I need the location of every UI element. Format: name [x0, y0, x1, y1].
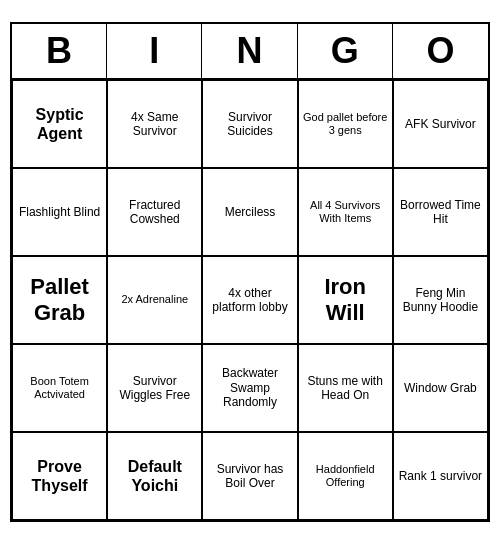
bingo-cell-6: Fractured Cowshed	[107, 168, 202, 256]
bingo-cell-22: Survivor has Boil Over	[202, 432, 297, 520]
bingo-cell-23: Haddonfield Offering	[298, 432, 393, 520]
bingo-cell-9: Borrowed Time Hit	[393, 168, 488, 256]
bingo-cell-0: Syptic Agent	[12, 80, 107, 168]
bingo-cell-21: Default Yoichi	[107, 432, 202, 520]
bingo-cell-12: 4x other platform lobby	[202, 256, 297, 344]
bingo-cell-17: Backwater Swamp Randomly	[202, 344, 297, 432]
bingo-cell-20: Prove Thyself	[12, 432, 107, 520]
bingo-cell-7: Merciless	[202, 168, 297, 256]
bingo-cell-18: Stuns me with Head On	[298, 344, 393, 432]
bingo-cell-19: Window Grab	[393, 344, 488, 432]
header-letter-o: O	[393, 24, 488, 78]
bingo-cell-8: All 4 Survivors With Items	[298, 168, 393, 256]
bingo-cell-11: 2x Adrenaline	[107, 256, 202, 344]
bingo-cell-14: Feng Min Bunny Hoodie	[393, 256, 488, 344]
header-letter-b: B	[12, 24, 107, 78]
bingo-card: BINGO Syptic Agent4x Same SurvivorSurviv…	[10, 22, 490, 522]
bingo-cell-13: Iron Will	[298, 256, 393, 344]
bingo-cell-4: AFK Survivor	[393, 80, 488, 168]
bingo-header: BINGO	[12, 24, 488, 80]
header-letter-g: G	[298, 24, 393, 78]
bingo-cell-24: Rank 1 survivor	[393, 432, 488, 520]
bingo-cell-10: Pallet Grab	[12, 256, 107, 344]
bingo-grid: Syptic Agent4x Same SurvivorSurvivor Sui…	[12, 80, 488, 520]
bingo-cell-16: Survivor Wiggles Free	[107, 344, 202, 432]
bingo-cell-1: 4x Same Survivor	[107, 80, 202, 168]
bingo-cell-2: Survivor Suicides	[202, 80, 297, 168]
header-letter-i: I	[107, 24, 202, 78]
bingo-cell-5: Flashlight Blind	[12, 168, 107, 256]
bingo-cell-15: Boon Totem Actvivated	[12, 344, 107, 432]
bingo-cell-3: God pallet before 3 gens	[298, 80, 393, 168]
header-letter-n: N	[202, 24, 297, 78]
